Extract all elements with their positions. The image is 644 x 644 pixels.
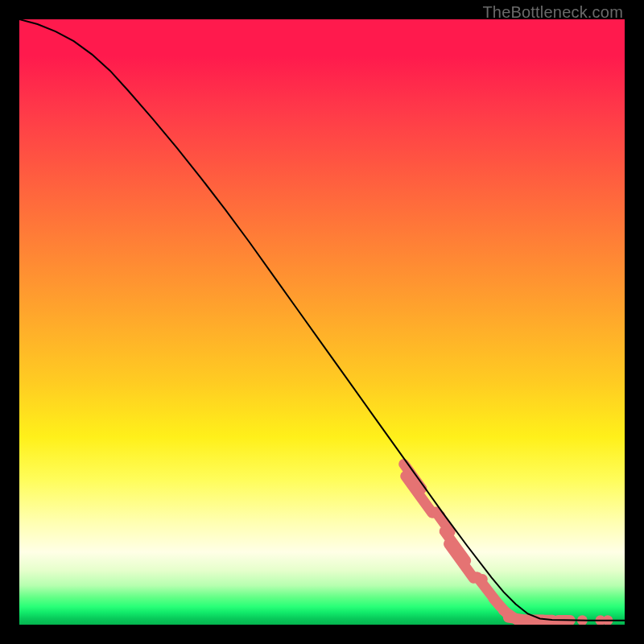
plot-area	[19, 19, 625, 625]
watermark-label: TheBottleneck.com	[482, 3, 623, 22]
curve-line	[19, 19, 625, 621]
segment-markers-layer	[404, 464, 613, 625]
chart-svg	[19, 19, 625, 625]
chart-stage: TheBottleneck.com	[0, 0, 644, 644]
